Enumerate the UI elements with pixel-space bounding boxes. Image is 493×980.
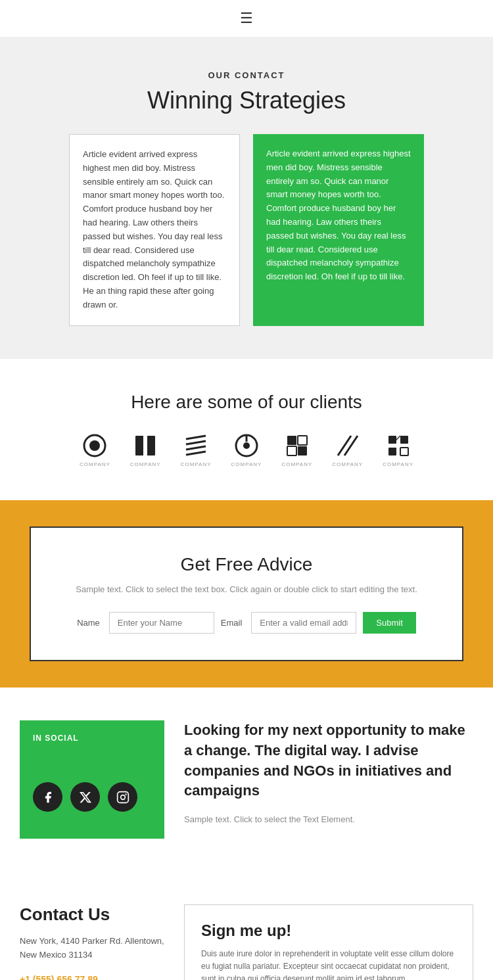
svg-rect-12 xyxy=(287,436,296,445)
card-green-text: Article evident arrived express highest … xyxy=(266,147,411,284)
logo-icon-4 xyxy=(233,432,260,459)
social-icons-row xyxy=(33,782,151,812)
logo-icon-7 xyxy=(385,432,411,459)
logo-icon-5 xyxy=(284,432,310,459)
clients-logos: COMPANY COMPANY COMPANY xyxy=(20,432,473,467)
signup-title: Sign me up! xyxy=(201,922,456,940)
svg-rect-2 xyxy=(135,436,144,455)
client-logo-7: COMPANY xyxy=(383,432,413,467)
clients-section: Here are some of our clients COMPANY COM… xyxy=(0,359,493,500)
contact-address: New York, 4140 Parker Rd. Allentown, New… xyxy=(20,935,164,962)
card-green: Article evident arrived express highest … xyxy=(253,134,424,326)
svg-rect-14 xyxy=(287,446,296,455)
logo-icon-3 xyxy=(183,432,209,459)
logo-icon-6 xyxy=(335,432,361,459)
svg-rect-13 xyxy=(298,436,307,445)
hamburger-icon[interactable]: ☰ xyxy=(240,10,253,26)
signup-body: Duis aute irure dolor in reprehenderit i… xyxy=(201,948,456,980)
advice-title: Get Free Advice xyxy=(51,554,442,575)
social-section: IN SOCIAL Looking for my next xyxy=(0,688,493,872)
svg-line-7 xyxy=(186,446,206,450)
svg-rect-15 xyxy=(298,446,307,455)
svg-rect-18 xyxy=(388,436,396,444)
svg-rect-19 xyxy=(400,436,408,444)
cards-row: Article evident arrived express highest … xyxy=(20,134,473,326)
advice-section: Get Free Advice Sample text. Click to se… xyxy=(0,500,493,688)
client-logo-1: COMPANY xyxy=(80,432,110,467)
svg-line-17 xyxy=(344,436,358,455)
social-card: IN SOCIAL xyxy=(20,720,164,839)
clients-title: Here are some of our clients xyxy=(20,392,473,413)
svg-rect-21 xyxy=(400,448,408,455)
svg-rect-23 xyxy=(117,791,128,803)
header: ☰ xyxy=(0,0,493,37)
client-logo-4: COMPANY xyxy=(231,432,262,467)
contact-phone: +1 (555) 656 77 89 xyxy=(20,972,164,980)
svg-line-6 xyxy=(186,441,206,444)
company-label-3: COMPANY xyxy=(181,461,212,467)
footer-section: Contact Us New York, 4140 Parker Rd. All… xyxy=(0,872,493,980)
submit-button[interactable]: Submit xyxy=(363,612,415,634)
x-twitter-icon[interactable] xyxy=(70,782,100,812)
contact-info: Contact Us New York, 4140 Parker Rd. All… xyxy=(20,904,164,980)
social-text: Looking for my next opportunity to make … xyxy=(184,720,473,824)
contact-title: Winning Strategies xyxy=(20,87,473,114)
company-label-7: COMPANY xyxy=(383,461,413,467)
client-logo-6: COMPANY xyxy=(332,432,363,467)
company-label-1: COMPANY xyxy=(80,461,110,467)
client-logo-2: COMPANY xyxy=(130,432,161,467)
svg-point-25 xyxy=(126,794,126,795)
client-logo-5: COMPANY xyxy=(281,432,312,467)
card-white: Article evident arrived express highest … xyxy=(69,134,240,326)
social-sub: Sample text. Click to select the Text El… xyxy=(184,814,473,824)
email-input[interactable] xyxy=(251,612,356,634)
svg-line-8 xyxy=(186,452,206,455)
facebook-icon[interactable] xyxy=(33,782,62,812)
company-label-4: COMPANY xyxy=(231,461,262,467)
svg-point-10 xyxy=(243,442,250,449)
company-label-5: COMPANY xyxy=(281,461,312,467)
contact-us-title: Contact Us xyxy=(20,904,164,925)
svg-line-5 xyxy=(186,436,206,439)
card-white-text: Article evident arrived express highest … xyxy=(83,148,226,312)
name-label: Name xyxy=(77,618,100,628)
svg-point-1 xyxy=(89,440,100,451)
contact-section: OUR CONTACT Winning Strategies Article e… xyxy=(0,37,493,359)
logo-icon-2 xyxy=(132,432,158,459)
email-label: Email xyxy=(221,618,243,628)
client-logo-3: COMPANY xyxy=(181,432,212,467)
in-social-label: IN SOCIAL xyxy=(33,734,151,743)
advice-form: Name Email Submit xyxy=(51,612,442,634)
svg-rect-3 xyxy=(147,436,155,455)
logo-icon-1 xyxy=(82,432,108,459)
signup-box: Sign me up! Duis aute irure dolor in rep… xyxy=(184,904,473,980)
instagram-icon[interactable] xyxy=(108,782,137,812)
svg-line-16 xyxy=(338,436,351,455)
advice-sub: Sample text. Click to select the text bo… xyxy=(51,583,442,596)
company-label-6: COMPANY xyxy=(332,461,363,467)
name-input[interactable] xyxy=(109,612,214,634)
advice-box: Get Free Advice Sample text. Click to se… xyxy=(30,526,463,662)
company-label-2: COMPANY xyxy=(130,461,161,467)
contact-label: OUR CONTACT xyxy=(20,70,473,80)
social-heading: Looking for my next opportunity to make … xyxy=(184,720,473,801)
svg-point-24 xyxy=(120,795,125,799)
svg-rect-20 xyxy=(388,448,396,455)
svg-rect-4 xyxy=(143,436,147,455)
